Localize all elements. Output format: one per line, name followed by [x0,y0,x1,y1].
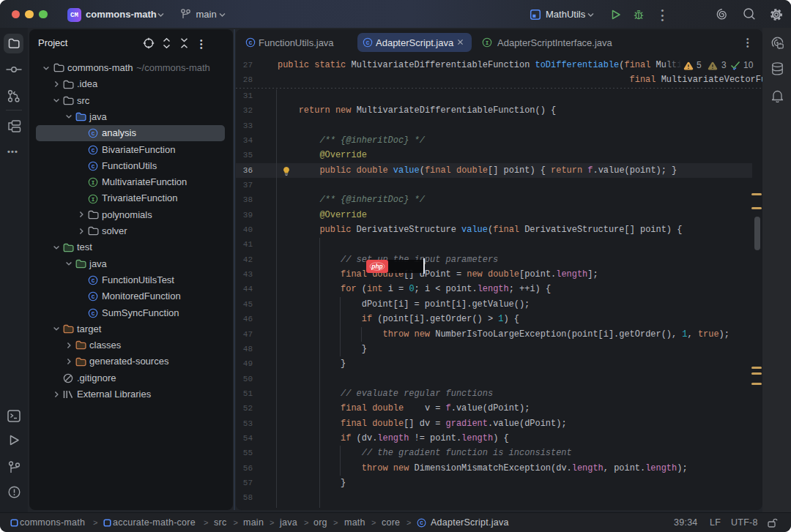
svg-text:php: php [371,263,383,270]
svg-text:I: I [485,40,489,46]
svg-text:C: C [365,40,369,46]
svg-text:C: C [92,164,95,170]
svg-text:I: I [92,180,95,186]
svg-text:C: C [248,40,252,46]
svg-text:C: C [92,311,95,317]
svg-text:C: C [92,131,95,137]
svg-text:C: C [92,294,95,300]
svg-text:I: I [92,197,95,203]
svg-text:C: C [92,148,95,154]
svg-text:C: C [92,278,95,284]
svg-text:C: C [420,520,423,526]
